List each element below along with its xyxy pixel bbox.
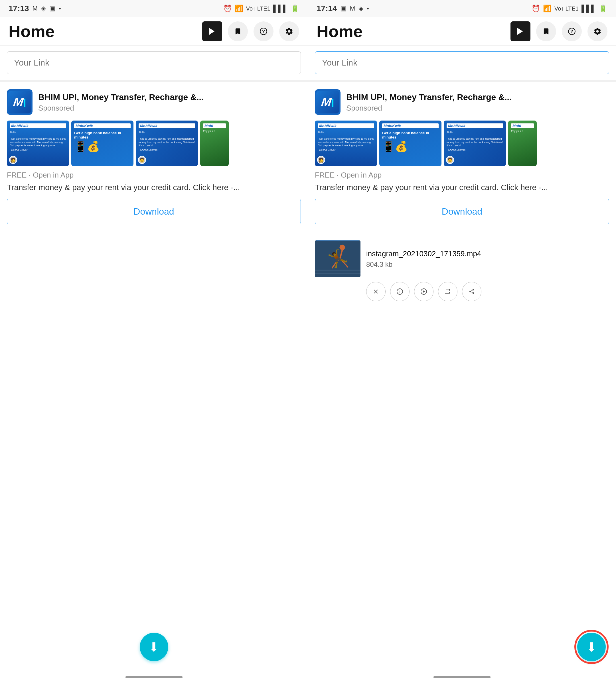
ad-text-right: BHIM UPI, Money Transfer, Recharge &... … (346, 91, 512, 113)
svg-text:?: ? (262, 28, 265, 33)
battery-icon-left: 🔋 (291, 4, 299, 13)
mk-body-3: I had to urgently pay my rent as I just … (139, 137, 195, 147)
bookmark-button-right[interactable] (536, 21, 556, 41)
ad-text-left: BHIM UPI, Money Transfer, Recharge &... … (38, 91, 204, 113)
time-right: 17:14 (316, 4, 337, 13)
bottom-bar-right (434, 676, 490, 678)
ad-title-right: BHIM UPI, Money Transfer, Recharge &... (346, 91, 512, 102)
file-actions: i (315, 282, 609, 301)
signal-bars-right: ▌▌▌ (581, 4, 596, 13)
play-button-right[interactable] (510, 21, 530, 41)
mk-logo-3: MobiKwik (139, 123, 195, 128)
lte-text-right: Vo↑ LTE1 (554, 5, 579, 12)
ad-sponsored-right: Sponsored (346, 104, 512, 113)
header-icons-left: ? (202, 21, 299, 41)
ad-img-2-right: MobiKwik Get a high bank balance in minu… (379, 120, 441, 166)
fab-right[interactable]: ⬇ (577, 633, 606, 661)
ad-img-4-left: Mobi Pay your r... (200, 120, 229, 166)
top-bar-right: Home ? (308, 17, 616, 46)
mk-body-1: I just transferred money from my card to… (10, 137, 66, 147)
ad-card-right: M | BHIM UPI, Money Transfer, Recharge &… (308, 82, 616, 231)
thumbnail-svg (315, 240, 360, 277)
mk-logo-r1: MobiKwik (318, 123, 374, 128)
ad-free-text-right: FREE · Open in App (315, 171, 609, 180)
ad-img-3-left: MobiKwik ❝❝ I had to urgently pay my ren… (136, 120, 198, 166)
file-play-button[interactable] (414, 282, 434, 301)
help-button-left[interactable]: ? (254, 21, 273, 41)
left-panel: 17:13 M ◈ ▣ • ⏰ 📶 Vo↑ LTE1 ▌▌▌ 🔋 Home ? (0, 0, 308, 684)
ad-logo-right: M | (315, 89, 340, 115)
link-input-right[interactable] (315, 51, 609, 74)
download-button-right[interactable]: Download (315, 199, 609, 224)
svg-rect-6 (315, 241, 360, 277)
svg-line-11 (335, 259, 340, 263)
mk-highlight-r2: Get a high bank balance in minutes! (382, 131, 439, 139)
svg-text:i: i (399, 290, 400, 294)
mk-phone-r2: 📱💰 (382, 140, 439, 153)
mk-author-3: - Chirag Sharma (139, 149, 195, 152)
ad-img-1-right: MobiKwik ❝❝ I just transferred money fro… (315, 120, 377, 166)
link-input-left[interactable] (7, 51, 301, 74)
mk-logo-r3: MobiKwik (447, 123, 503, 128)
ad-title-left: BHIM UPI, Money Transfer, Recharge &... (38, 91, 204, 102)
file-share-button[interactable] (462, 282, 481, 301)
mk-logo-2: MobiKwik (74, 123, 131, 128)
image-icon-right: ▣ (340, 5, 347, 12)
time-left: 17:13 (8, 4, 29, 13)
status-time-left: 17:13 M ◈ ▣ • (8, 4, 61, 13)
notify-icon-left: ◈ (41, 5, 46, 12)
mk-phone-2: 📱💰 (74, 140, 131, 153)
right-panel: 17:14 ▣ M ◈ • ⏰ 📶 Vo↑ LTE1 ▌▌▌ 🔋 Home ? (308, 0, 616, 684)
ad-header-right: M | BHIM UPI, Money Transfer, Recharge &… (315, 89, 609, 115)
mk-logo-4: Mobi (203, 123, 226, 128)
image-icon-left: ▣ (49, 5, 55, 12)
svg-point-9 (339, 245, 345, 250)
svg-line-13 (332, 263, 335, 268)
file-name: instagram_20210302_171359.mp4 (366, 249, 609, 259)
ad-img-3-right: MobiKwik ❝❝ I had to urgently pay my ren… (444, 120, 506, 166)
ad-images-right: MobiKwik ❝❝ I just transferred money fro… (315, 120, 609, 166)
status-bar-right: 17:14 ▣ M ◈ • ⏰ 📶 Vo↑ LTE1 ▌▌▌ 🔋 (308, 0, 616, 17)
mk-author-r3: - Chirag Sharma (447, 149, 503, 152)
ad-card-left: M | BHIM UPI, Money Transfer, Recharge &… (0, 82, 308, 231)
dot-icon-left: • (59, 5, 61, 12)
file-repeat-button[interactable] (438, 282, 458, 301)
mk-body-r1: I just transferred money from my card to… (318, 137, 374, 147)
svg-line-14 (345, 263, 348, 267)
alarm-icon-left: ⏰ (223, 4, 232, 13)
mk-quote-r1: ❝❝ (318, 130, 374, 137)
divider-right (308, 80, 616, 82)
fab-left[interactable]: ⬇ (140, 633, 168, 661)
mk-avatar-1: 👩 (9, 156, 17, 164)
ad-logo-inner-right: M | (316, 91, 339, 113)
downloaded-item: instagram_20210302_171359.mp4 804.3 kb i (308, 233, 616, 308)
ad-header-left: M | BHIM UPI, Money Transfer, Recharge &… (7, 89, 301, 115)
svg-line-12 (340, 259, 345, 263)
ad-img-2-left: MobiKwik Get a high bank balance in minu… (71, 120, 133, 166)
fab-icon-left: ⬇ (149, 640, 159, 654)
app-title-right: Home (316, 22, 362, 41)
settings-button-left[interactable] (279, 21, 299, 41)
svg-text:?: ? (570, 28, 573, 33)
mk-quote-1: ❝❝ (10, 130, 66, 137)
wifi-icon-right: 📶 (543, 4, 552, 13)
download-button-left[interactable]: Download (7, 199, 301, 224)
ad-free-text-left: FREE · Open in App (7, 171, 301, 180)
status-time-right: 17:14 ▣ M ◈ • (316, 4, 369, 13)
play-button-left[interactable] (202, 21, 222, 41)
file-thumbnail (315, 240, 360, 277)
file-info: instagram_20210302_171359.mp4 804.3 kb (366, 249, 609, 269)
mk-highlight-2: Get a high bank balance in minutes! (74, 131, 131, 139)
mk-author-1: - Reena Grover (10, 149, 66, 152)
settings-button-right[interactable] (588, 21, 608, 41)
file-close-button[interactable] (366, 282, 386, 301)
bookmark-button-left[interactable] (228, 21, 248, 41)
svg-rect-3 (517, 28, 518, 35)
mk-logo-r4: Mobi (511, 123, 534, 128)
mk-body-r3: I had to urgently pay my rent as I just … (447, 137, 503, 147)
help-button-right[interactable]: ? (562, 21, 582, 41)
svg-marker-20 (423, 291, 425, 293)
mk-logo-1: MobiKwik (10, 123, 66, 128)
gmail-icon-right: M (350, 5, 355, 12)
file-info-button[interactable]: i (390, 282, 410, 301)
